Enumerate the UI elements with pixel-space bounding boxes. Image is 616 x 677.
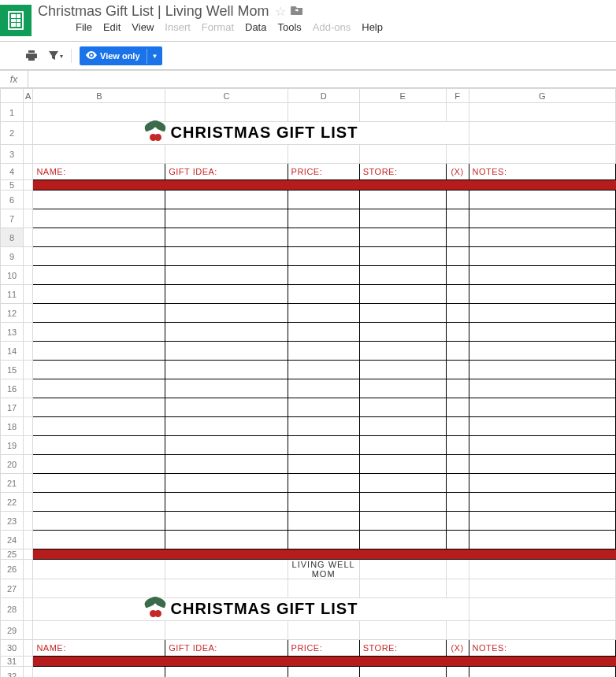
menu-view[interactable]: View [132, 21, 154, 33]
hdr-check[interactable]: (X) [446, 164, 469, 180]
menu-help[interactable]: Help [362, 21, 383, 33]
cell[interactable] [446, 379, 469, 398]
cell[interactable] [446, 285, 469, 304]
cell[interactable] [288, 247, 359, 266]
document-title[interactable]: Christmas Gift List | Living Well Mom [38, 3, 269, 20]
cell[interactable] [359, 228, 446, 247]
cell[interactable] [288, 342, 359, 361]
cell[interactable] [33, 417, 165, 436]
cell[interactable] [469, 304, 616, 323]
col-head-C[interactable]: C [165, 89, 288, 103]
cell[interactable] [288, 285, 359, 304]
cell[interactable] [446, 417, 469, 436]
row-head[interactable]: 23 [1, 512, 24, 531]
cell[interactable] [469, 474, 616, 493]
cell[interactable] [469, 323, 616, 342]
print-icon[interactable] [24, 48, 39, 64]
cell[interactable] [165, 266, 288, 285]
cell[interactable] [359, 667, 446, 678]
cell[interactable] [165, 512, 288, 531]
cell[interactable] [446, 323, 469, 342]
cell[interactable] [359, 191, 446, 209]
cell[interactable] [446, 247, 469, 266]
hdr-price[interactable]: PRICE: [288, 164, 359, 180]
cell[interactable] [165, 667, 288, 678]
cell[interactable] [359, 512, 446, 531]
row-head[interactable]: 28 [1, 598, 24, 621]
cell[interactable] [288, 228, 359, 247]
row-head[interactable]: 19 [1, 436, 24, 455]
cell[interactable] [288, 361, 359, 379]
cell[interactable] [33, 323, 165, 342]
row-head[interactable]: 27 [1, 579, 24, 598]
cell[interactable] [446, 531, 469, 549]
row-head[interactable]: 24 [1, 531, 24, 549]
cell[interactable] [165, 209, 288, 228]
cell[interactable] [33, 436, 165, 455]
cell[interactable] [469, 285, 616, 304]
cell[interactable] [469, 191, 616, 209]
cell[interactable] [288, 398, 359, 417]
row-head[interactable]: 5 [1, 180, 24, 191]
spreadsheet-grid[interactable]: A B C D E F G 1 2 CHRISTMAS GIFT LIST 3 … [0, 88, 616, 677]
view-only-caret[interactable]: ▼ [147, 49, 163, 64]
cell[interactable] [165, 455, 288, 474]
cell[interactable] [469, 417, 616, 436]
cell[interactable] [288, 436, 359, 455]
cell[interactable] [469, 436, 616, 455]
row-head[interactable]: 12 [1, 304, 24, 323]
hdr-price[interactable]: PRICE: [288, 640, 359, 657]
hdr-name[interactable]: NAME: [33, 164, 165, 180]
cell[interactable] [446, 361, 469, 379]
cell[interactable] [288, 455, 359, 474]
row-head[interactable]: 7 [1, 209, 24, 228]
cell[interactable] [288, 474, 359, 493]
cell[interactable] [288, 531, 359, 549]
row-head[interactable]: 9 [1, 247, 24, 266]
col-head-G[interactable]: G [469, 89, 616, 103]
cell[interactable] [359, 209, 446, 228]
sheet-title-cell[interactable]: CHRISTMAS GIFT LIST [33, 598, 469, 621]
menu-edit[interactable]: Edit [103, 21, 121, 33]
cell[interactable] [33, 191, 165, 209]
cell[interactable] [165, 285, 288, 304]
cell[interactable] [33, 228, 165, 247]
cell[interactable] [359, 436, 446, 455]
row-head[interactable]: 3 [1, 145, 24, 164]
cell[interactable] [33, 266, 165, 285]
cell[interactable] [33, 361, 165, 379]
cell[interactable] [469, 455, 616, 474]
cell[interactable] [359, 493, 446, 512]
row-head[interactable]: 10 [1, 266, 24, 285]
formula-input[interactable] [28, 74, 616, 85]
cell[interactable] [288, 493, 359, 512]
cell[interactable] [33, 531, 165, 549]
cell[interactable] [469, 247, 616, 266]
cell[interactable] [359, 285, 446, 304]
cell[interactable] [165, 436, 288, 455]
cell[interactable] [165, 474, 288, 493]
cell[interactable] [359, 247, 446, 266]
cell[interactable] [359, 398, 446, 417]
hdr-gift[interactable]: GIFT IDEA: [165, 164, 288, 180]
filter-icon[interactable]: ▾ [47, 48, 63, 64]
cell[interactable] [33, 512, 165, 531]
cell[interactable] [165, 342, 288, 361]
col-head-B[interactable]: B [33, 89, 165, 103]
cell[interactable] [165, 228, 288, 247]
menu-tools[interactable]: Tools [277, 21, 301, 33]
cell[interactable] [359, 342, 446, 361]
row-head[interactable]: 30 [1, 640, 24, 657]
cell[interactable] [359, 323, 446, 342]
row-head[interactable]: 6 [1, 191, 24, 209]
cell[interactable] [359, 474, 446, 493]
hdr-check[interactable]: (X) [446, 640, 469, 657]
cell[interactable] [469, 228, 616, 247]
cell[interactable] [165, 247, 288, 266]
row-head[interactable]: 11 [1, 285, 24, 304]
hdr-notes[interactable]: NOTES: [469, 640, 616, 657]
row-head[interactable]: 22 [1, 493, 24, 512]
hdr-notes[interactable]: NOTES: [469, 164, 616, 180]
cell[interactable] [33, 247, 165, 266]
cell[interactable] [469, 493, 616, 512]
